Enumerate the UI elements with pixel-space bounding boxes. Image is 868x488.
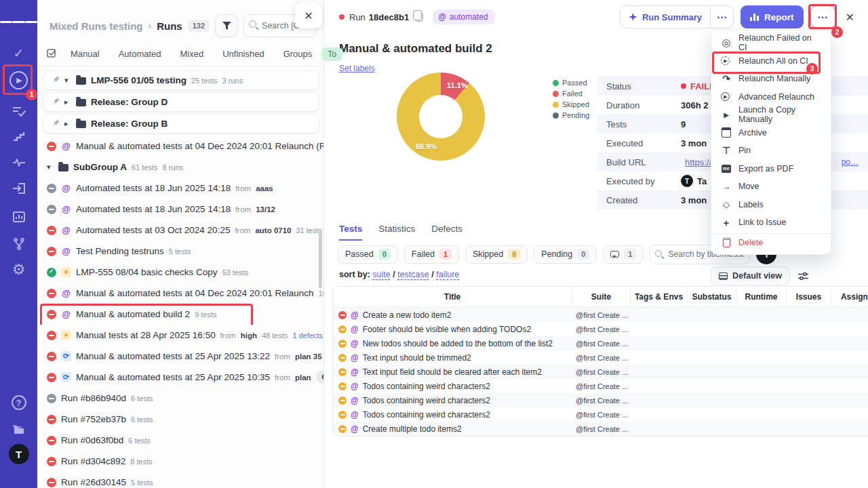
run-list-item[interactable]: Manual tests at 28 Apr 2025 16:50 from h…: [37, 325, 323, 346]
help-icon[interactable]: ?: [0, 390, 37, 415]
chevron-icon[interactable]: [47, 163, 54, 171]
status-filter-chip[interactable]: Failed 1: [404, 245, 459, 264]
dropdown-menu-item[interactable]: Link to Issue: [711, 214, 831, 232]
table-row[interactable]: @ Footer should be visible when adding T…: [333, 322, 868, 336]
runs-filter-tab[interactable]: Unfinished: [213, 49, 273, 59]
run-list-item[interactable]: Manual & automated tests at 25 Apr 2025 …: [37, 346, 323, 367]
run-list-item[interactable]: Run #b86b940d 6 tests: [37, 388, 323, 409]
table-row[interactable]: @ Text input should be trimmed2 @first C…: [333, 350, 868, 365]
runs-filter-tab[interactable]: Manual: [61, 49, 109, 59]
dropdown-menu-item[interactable]: Labels: [711, 196, 831, 214]
run-list-item[interactable]: Run #26d30145 5 tests: [37, 472, 323, 488]
detail-tab[interactable]: Tests: [339, 224, 362, 241]
runs-filter-tab[interactable]: Groups: [274, 49, 322, 59]
table-row[interactable]: @ Todos containing weird characters2 @fi…: [333, 407, 868, 422]
user-avatar[interactable]: T: [0, 442, 37, 466]
dropdown-menu-item[interactable]: Export as PDF: [711, 160, 831, 178]
table-row[interactable]: @ Text input field should be cleared aft…: [333, 365, 868, 379]
sort-suite-link[interactable]: suite: [372, 270, 390, 279]
run-actions-more-button[interactable]: …: [810, 5, 836, 28]
comments-filter-chip[interactable]: 1: [603, 245, 644, 264]
detail-tab[interactable]: Statistics: [378, 224, 415, 241]
run-list-item[interactable]: Release: Group D: [43, 92, 319, 112]
copy-icon[interactable]: [416, 13, 423, 22]
status-filter-chip[interactable]: Skipped 8: [465, 245, 528, 264]
run-list-item[interactable]: Run #0d63f0bd 6 tests: [37, 430, 323, 451]
report-button[interactable]: Report: [741, 5, 804, 28]
pin-icon[interactable]: [53, 97, 60, 107]
breadcrumb-section[interactable]: Runs: [157, 20, 182, 32]
chevron-icon[interactable]: [64, 119, 71, 128]
column-settings-icon[interactable]: [798, 271, 808, 283]
detail-tab[interactable]: Defects: [431, 224, 462, 241]
table-row[interactable]: @ Todos containing weird characters2 @fi…: [333, 393, 868, 407]
col-runtime[interactable]: Runtime: [736, 287, 786, 307]
test-plans-icon[interactable]: [0, 99, 37, 123]
col-title[interactable]: Title: [333, 287, 572, 307]
dropdown-menu-item[interactable]: Relaunch All on CI 3: [711, 52, 831, 70]
col-substatus[interactable]: Substatus: [687, 287, 736, 307]
chevron-icon[interactable]: [64, 98, 71, 106]
pin-icon[interactable]: [53, 75, 60, 85]
run-list-item[interactable]: Test Pending testruns 5 tests: [37, 241, 323, 262]
run-list-item[interactable]: Release: Group B: [43, 114, 319, 134]
sort-failure-link[interactable]: failure: [436, 270, 459, 279]
build-url-overflow-link[interactable]: po…: [842, 157, 859, 167]
defects-link[interactable]: 1 defects: [292, 331, 323, 340]
run-list-item[interactable]: Run #752eb37b 6 tests: [37, 409, 323, 430]
table-row[interactable]: @ Create a new todo item2 @first Create …: [333, 308, 868, 322]
projects-icon[interactable]: [0, 418, 37, 442]
pin-icon[interactable]: [53, 119, 60, 129]
runs-filter-tab[interactable]: Automated: [109, 49, 171, 59]
dropdown-menu-item[interactable]: Move: [711, 178, 831, 196]
dropdown-menu-item[interactable]: Pin: [711, 142, 831, 160]
sign-in-icon[interactable]: [0, 176, 37, 201]
today-filter-pill[interactable]: To: [321, 47, 342, 61]
runs-play-icon[interactable]: ▶: [0, 68, 37, 92]
pulse-icon[interactable]: [0, 150, 37, 175]
run-list-item[interactable]: Manual & automated tests at 04 Dec 2024 …: [37, 136, 323, 157]
legend-item[interactable]: Skipped: [553, 100, 589, 108]
col-assigned-to[interactable]: Assigned To: [831, 287, 868, 307]
table-row[interactable]: @ Todos containing weird characters2 @fi…: [333, 379, 868, 393]
legend-item[interactable]: Pending: [553, 111, 589, 119]
close-icon[interactable]: ✕: [843, 11, 857, 24]
panel-close-button[interactable]: ✕: [295, 3, 322, 28]
run-summary-button[interactable]: Run Summary: [620, 6, 710, 28]
table-row[interactable]: @ New todos should be added to the botto…: [333, 336, 868, 350]
run-summary-more-button[interactable]: …: [710, 6, 733, 28]
dropdown-menu-item[interactable]: Delete: [711, 233, 831, 251]
dropdown-menu-item[interactable]: Archive: [711, 124, 831, 142]
run-list-item[interactable]: SubGroup A 61 tests 8 runs: [37, 157, 323, 178]
run-list-item[interactable]: Automated tests at 18 Jun 2025 14:18 fro…: [37, 199, 323, 220]
steps-icon[interactable]: [0, 124, 37, 148]
run-list-item[interactable]: Manual & automated build 2 9 tests: [37, 304, 323, 325]
run-list-item[interactable]: LMP-555 08/04 basic checks Copy 53 tests: [37, 262, 323, 283]
table-row[interactable]: @ Create multiple todo items2 @first Cre…: [333, 422, 868, 436]
chevron-icon[interactable]: [64, 76, 71, 85]
dropdown-menu-item[interactable]: Relaunch Failed on CI: [711, 34, 831, 52]
checks-icon[interactable]: ✓: [0, 41, 37, 65]
sort-testcase-link[interactable]: testcase: [397, 270, 429, 279]
branch-icon[interactable]: [0, 232, 37, 256]
col-tags-envs[interactable]: Tags & Envs: [630, 287, 687, 307]
run-list-item[interactable]: Automated tests at 18 Jun 2025 14:18 fro…: [37, 178, 323, 199]
analytics-icon[interactable]: [0, 205, 37, 229]
scrollbar-thumb[interactable]: [319, 230, 322, 288]
run-list-item[interactable]: Automated tests at 03 Oct 2024 20:25 fro…: [37, 220, 323, 241]
legend-item[interactable]: Failed: [553, 89, 589, 98]
default-view-button[interactable]: Default view: [711, 266, 790, 285]
settings-gear-icon[interactable]: ⚙: [0, 258, 37, 282]
status-filter-chip[interactable]: Pending 0: [534, 245, 597, 264]
dropdown-menu-item[interactable]: Launch a Copy Manually: [711, 106, 831, 124]
col-suite[interactable]: Suite: [572, 287, 630, 307]
run-list-item[interactable]: LMP-556 01/05 testing 25 tests 3 runs: [43, 70, 319, 90]
breadcrumb-project[interactable]: Mixed Runs testing: [50, 20, 143, 32]
filter-funnel-button[interactable]: [215, 14, 238, 37]
run-list-item[interactable]: Run #d304c892 8 tests: [37, 451, 323, 472]
run-list-item[interactable]: Manual & automated tests at 25 Apr 2025 …: [37, 367, 323, 388]
col-issues[interactable]: Issues: [786, 287, 831, 307]
dropdown-menu-item[interactable]: Advanced Relaunch: [711, 88, 831, 106]
menu-icon[interactable]: [0, 9, 37, 34]
select-all-icon[interactable]: [47, 48, 57, 60]
